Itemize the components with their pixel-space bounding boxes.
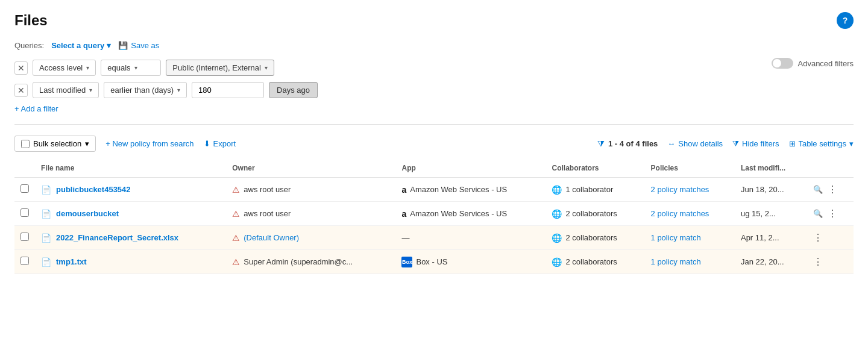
file-name-cell: 📄tmp1.txt: [35, 250, 226, 274]
col-policies: Policies: [645, 159, 735, 178]
funnel-icon: ⧩: [597, 139, 605, 149]
collaborators-cell: 🌐2 collaborators: [546, 226, 644, 250]
hide-filters-label: Hide filters: [742, 139, 779, 148]
globe-icon: 🌐: [552, 233, 562, 243]
file-name[interactable]: 2022_FinanceReport_Secret.xlsx: [56, 233, 178, 242]
new-policy-button[interactable]: + New policy from search: [105, 139, 193, 148]
last-modified-value: Jun 18, 20...: [741, 185, 784, 194]
filter-2-days-input[interactable]: [192, 82, 264, 98]
warning-icon: ⚠: [232, 185, 240, 195]
table-header: File name Owner App Collaborators Polici…: [14, 159, 854, 178]
export-button[interactable]: ⬇ Export: [204, 139, 236, 148]
more-options-button[interactable]: ⋮: [828, 184, 837, 195]
chevron-down-icon: ▾: [849, 139, 854, 148]
app-cell: aAmazon Web Services - US: [395, 178, 546, 202]
row-checkbox[interactable]: [20, 257, 29, 265]
filter-1-remove-button[interactable]: ✕: [14, 61, 28, 75]
box-icon: Box: [401, 257, 412, 267]
chevron-down-icon: ▾: [89, 87, 92, 93]
col-collaborators: Collaborators: [546, 159, 644, 178]
last-modified-cell: ug 15, 2...: [735, 202, 807, 226]
col-app: App: [395, 159, 546, 178]
col-filename: File name: [35, 159, 226, 178]
collaborators-cell: 🌐1 collaborator: [546, 178, 644, 202]
row-actions-cell: 🔍⋮: [807, 178, 854, 202]
col-checkbox: [14, 159, 35, 178]
policies-cell: 2 policy matches: [645, 202, 735, 226]
app-name: Amazon Web Services - US: [410, 185, 507, 194]
select-query-button[interactable]: Select a query ▾: [51, 41, 111, 50]
row-checkbox-cell: [14, 202, 35, 226]
filter-2-days-ago-button[interactable]: Days ago: [269, 82, 318, 98]
filter-2-field-dropdown[interactable]: Last modified ▾: [33, 82, 99, 98]
owner-name: aws root user: [244, 209, 291, 218]
save-as-button[interactable]: 💾 Save as: [118, 41, 159, 50]
file-name-cell: 📄publicbucket453542: [35, 178, 226, 202]
owner-name: aws root user: [244, 185, 291, 194]
advanced-filters-toggle[interactable]: [772, 58, 793, 69]
new-policy-label: + New policy from search: [105, 139, 193, 148]
policies-value[interactable]: 1 policy match: [651, 233, 701, 242]
row-checkbox-cell: [14, 250, 35, 274]
more-options-button[interactable]: ⋮: [828, 208, 837, 219]
collaborators-cell: 🌐2 collaborators: [546, 250, 644, 274]
chevron-down-icon: ▾: [134, 64, 137, 71]
table-settings-label: Table settings: [799, 139, 847, 148]
results-count: ⧩ 1 - 4 of 4 files: [597, 139, 658, 149]
toolbar-left: Bulk selection ▾ + New policy from searc…: [14, 136, 236, 152]
file-icon: 📄: [41, 209, 51, 219]
last-modified-cell: Jun 18, 20...: [735, 178, 807, 202]
filter-2-remove-button[interactable]: ✕: [14, 84, 28, 97]
advanced-filters-area: Advanced filters: [772, 58, 854, 69]
bulk-selection-label: Bulk selection: [33, 139, 81, 148]
file-name[interactable]: publicbucket453542: [56, 185, 131, 194]
queries-label: Queries:: [14, 41, 44, 50]
table-settings-button[interactable]: ⊞ Table settings ▾: [789, 139, 854, 148]
globe-icon: 🌐: [552, 209, 562, 219]
app-cell: BoxBox - US: [395, 250, 546, 274]
add-filter-label: + Add a filter: [14, 104, 58, 113]
filter-1-operator-dropdown[interactable]: equals ▾: [101, 60, 161, 76]
owner-cell: ⚠aws root user: [226, 202, 395, 226]
file-name[interactable]: tmp1.txt: [56, 257, 87, 266]
policies-value[interactable]: 2 policy matches: [651, 185, 709, 194]
search-row-button[interactable]: 🔍: [813, 209, 823, 218]
policies-value[interactable]: 2 policy matches: [651, 209, 709, 218]
warning-icon: ⚠: [232, 233, 240, 243]
row-checkbox[interactable]: [20, 184, 29, 193]
filter-2-operator-dropdown[interactable]: earlier than (days) ▾: [104, 82, 187, 98]
chevron-down-icon: ▾: [177, 87, 180, 93]
show-details-button[interactable]: ↔ Show details: [667, 139, 723, 148]
toolbar-right: ⧩ 1 - 4 of 4 files ↔ Show details ⧩ Hide…: [597, 139, 854, 149]
add-filter-button[interactable]: + Add a filter: [14, 104, 58, 113]
owner-name: Super Admin (superadmin@c...: [244, 257, 353, 266]
policies-cell: 1 policy match: [645, 226, 735, 250]
help-button[interactable]: ?: [837, 12, 854, 29]
files-table: File name Owner App Collaborators Polici…: [14, 159, 854, 274]
advanced-filters-label: Advanced filters: [798, 59, 854, 68]
select-query-label: Select a query: [51, 41, 104, 50]
last-modified-cell: Apr 11, 2...: [735, 226, 807, 250]
hide-filters-button[interactable]: ⧩ Hide filters: [732, 139, 779, 149]
file-name-cell: 📄demouserbucket: [35, 202, 226, 226]
warning-icon: ⚠: [232, 257, 240, 267]
policies-value[interactable]: 1 policy match: [651, 257, 701, 266]
chevron-down-icon: ▾: [85, 139, 89, 148]
row-checkbox[interactable]: [20, 233, 29, 241]
more-options-button[interactable]: ⋮: [813, 232, 823, 243]
collaborators-count: 2 collaborators: [565, 257, 617, 266]
filter-1-value-label: Public (Internet), External: [172, 63, 261, 72]
table-row: 📄demouserbucket⚠aws root useraAmazon Web…: [14, 202, 854, 226]
filter-1-value-dropdown[interactable]: Public (Internet), External ▾: [166, 60, 274, 76]
bulk-selection-button[interactable]: Bulk selection ▾: [14, 136, 96, 152]
more-options-button[interactable]: ⋮: [813, 256, 823, 267]
row-checkbox[interactable]: [20, 208, 29, 217]
save-as-label: Save as: [131, 41, 159, 50]
app-cell: —: [395, 226, 546, 250]
filter-2-operator-label: earlier than (days): [110, 86, 174, 95]
search-row-button[interactable]: 🔍: [813, 185, 823, 194]
filter-1-field-dropdown[interactable]: Access level ▾: [33, 60, 96, 76]
bulk-checkbox[interactable]: [21, 140, 30, 148]
file-name[interactable]: demouserbucket: [56, 209, 119, 218]
file-icon: 📄: [41, 257, 51, 267]
